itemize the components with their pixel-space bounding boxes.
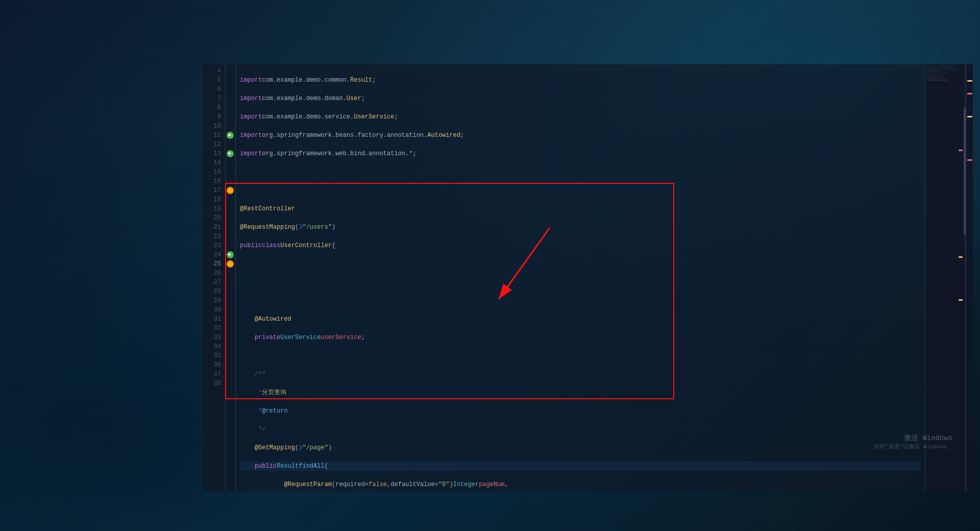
gutter-12: [227, 140, 234, 149]
gutter-38: [227, 379, 234, 388]
code-line-4: import com.example.demo.common.Result;: [240, 76, 921, 85]
gutter-13: ▶: [227, 149, 234, 158]
error-indicator-1: [967, 93, 972, 94]
line-14: 14: [203, 158, 221, 167]
gutter-9: [227, 112, 234, 122]
warn-indicator-1: [967, 80, 972, 82]
line-13: 13: [203, 149, 221, 158]
line-25: 25: [203, 259, 221, 269]
line-21: 21: [203, 223, 221, 232]
gutter-37: [227, 370, 234, 379]
line-29: 29: [203, 296, 221, 305]
line-22: 22: [203, 232, 221, 241]
gutter-23: [227, 241, 234, 250]
line-32: 32: [203, 324, 221, 333]
gutter-19: [227, 204, 234, 213]
line-20: 20: [203, 213, 221, 223]
gutter-10: [227, 122, 234, 131]
code-line-7: import org.springframework.beans.factory…: [240, 131, 921, 140]
line-5: 5: [203, 76, 221, 85]
gutter-30: [227, 305, 234, 315]
line-24: 24: [203, 250, 221, 259]
code-line-13: public class UserController {: [240, 241, 921, 250]
gutter-14: [227, 158, 234, 167]
line-34: 34: [203, 342, 221, 351]
warn-gutter-icon-25[interactable]: ⚠: [227, 260, 234, 268]
gutter-32: [227, 324, 234, 333]
gutter-35: [227, 351, 234, 360]
line-33: 33: [203, 333, 221, 342]
code-line-14: [240, 259, 921, 269]
code-line-11: @RestController: [240, 204, 921, 213]
line-27: 27: [203, 278, 221, 287]
run-gutter-icon[interactable]: ▶: [227, 132, 234, 139]
gutter-36: [227, 360, 234, 370]
line-11: 11: [203, 131, 221, 140]
code-editor-area: 4 5 6 7 8 9 10 11 12 13 14 15 16 17 18 1…: [203, 64, 973, 491]
error-indicator-2: [967, 159, 972, 161]
code-line-6: import com.example.demo.service.UserServ…: [240, 112, 921, 122]
line-23: 23: [203, 241, 221, 250]
gutter-16: [227, 177, 234, 186]
line-31: 31: [203, 315, 221, 324]
code-area[interactable]: import com.example.demo.common.Result; i…: [236, 64, 925, 491]
gutter-area: ▶ ▶ ⚠: [226, 64, 236, 491]
gutter-27: [227, 278, 234, 287]
gutter-5: [227, 76, 234, 85]
line-12: 12: [203, 140, 221, 149]
line-7: 7: [203, 94, 221, 103]
minimap: [925, 64, 966, 491]
line-numbers: 4 5 6 7 8 9 10 11 12 13 14 15 16 17 18 1…: [203, 64, 226, 491]
gutter-26: [227, 269, 234, 278]
code-line-15: [240, 278, 921, 287]
code-editor[interactable]: 4 5 6 7 8 9 10 11 12 13 14 15 16 17 18 1…: [203, 64, 973, 491]
gutter-17: ⚠: [227, 186, 234, 195]
gutter-8: [227, 103, 234, 112]
line-16: 16: [203, 177, 221, 186]
line-15: 15: [203, 167, 221, 177]
run-gutter-icon-24[interactable]: ▶: [227, 251, 234, 258]
minimap-scrollbar: [964, 64, 966, 491]
line-8: 8: [203, 103, 221, 112]
gutter-33: [227, 333, 234, 342]
warn-gutter-icon[interactable]: ⚠: [227, 187, 234, 194]
code-line-9: [240, 167, 921, 177]
code-line-18: private UserService userService;: [240, 333, 921, 342]
code-line-5: import com.example.demo.doman.User;: [240, 94, 921, 103]
line-30: 30: [203, 305, 221, 315]
code-line-24: @GetMapping(☽"/page"): [240, 443, 921, 452]
gutter-34: [227, 342, 234, 351]
gutter-6: [227, 85, 234, 94]
ide-container: 💡 IntelliJ IDEA demo [D:\C盘\近日代办\CSDN学习计…: [0, 0, 980, 531]
code-line-17: @Autowired: [240, 315, 921, 324]
line-26: 26: [203, 269, 221, 278]
line-37: 37: [203, 370, 221, 379]
line-19: 19: [203, 204, 221, 213]
code-line-10: [240, 186, 921, 195]
run-gutter-icon-13[interactable]: ▶: [227, 150, 234, 157]
gutter-4: [227, 66, 234, 76]
minimap-thumb: [964, 107, 966, 235]
code-line-22: * @return: [240, 406, 921, 416]
code-line-23: */: [240, 425, 921, 434]
line-28: 28: [203, 287, 221, 296]
code-line-12: @RequestMapping(☽"/users"): [240, 223, 921, 232]
gutter-22: [227, 232, 234, 241]
line-6: 6: [203, 85, 221, 94]
code-line-8: import org.springframework.web.bind.anno…: [240, 149, 921, 158]
code-line-19: [240, 351, 921, 360]
warn-marker-2: [959, 299, 963, 301]
gutter-31: [227, 315, 234, 324]
line-17: 17: [203, 186, 221, 195]
code-line-21: * 分页查询: [240, 388, 921, 397]
code-line-16: [240, 296, 921, 305]
line-9: 9: [203, 112, 221, 122]
minimap-content: [925, 64, 966, 491]
errors-gutter: [966, 64, 973, 491]
gutter-11: ▶: [227, 131, 234, 140]
line-36: 36: [203, 360, 221, 370]
gutter-7: [227, 94, 234, 103]
warn-marker-1: [959, 256, 963, 258]
gutter-21: [227, 223, 234, 232]
code-line-25: public Result findAll(: [240, 462, 921, 471]
